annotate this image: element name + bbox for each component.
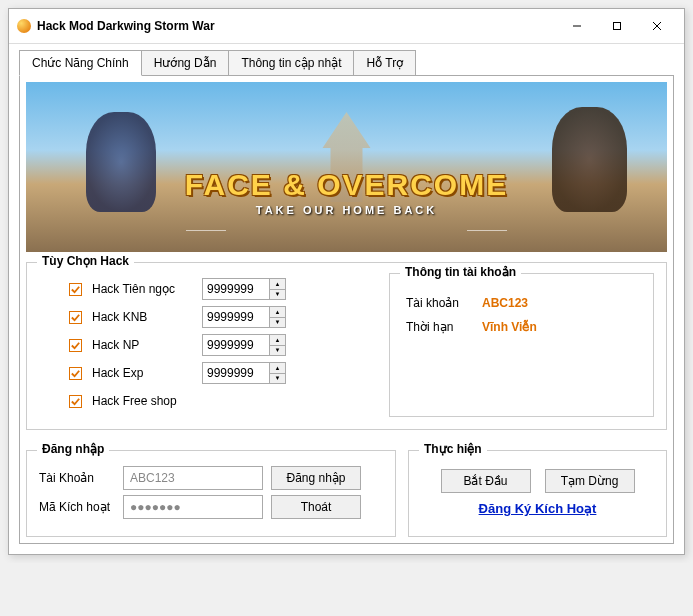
- spinner-down-icon[interactable]: ▼: [270, 318, 285, 328]
- execute-group: Thực hiện Bắt Đầu Tạm Dừng Đăng Ký Kích …: [408, 450, 667, 537]
- tab-support[interactable]: Hỗ Trợ: [353, 50, 416, 76]
- checkbox-label: Hack Exp: [92, 366, 202, 380]
- hack-options-group: Tùy Chọn Hack Hack Tiên ngọc ▲▼: [26, 262, 667, 430]
- account-info-title: Thông tin tài khoản: [400, 265, 521, 279]
- spinner-up-icon[interactable]: ▲: [270, 307, 285, 318]
- account-value: ABC123: [482, 296, 528, 310]
- spinner-input[interactable]: [203, 335, 269, 355]
- close-button[interactable]: [638, 15, 676, 37]
- app-window: Hack Mod Darkwing Storm War Chức Năng Ch…: [8, 8, 685, 555]
- account-line: Thời hạn Vĩnh Viễn: [406, 320, 637, 334]
- hack-option-row: Hack NP ▲▼: [39, 333, 369, 357]
- login-title: Đăng nhập: [37, 442, 109, 456]
- exit-button[interactable]: Thoát: [271, 495, 361, 519]
- banner-title: FACE & OVERCOME: [185, 168, 508, 202]
- window-title: Hack Mod Darkwing Storm War: [37, 19, 558, 33]
- tab-panel: FACE & OVERCOME TAKE OUR HOME BACK Tùy C…: [19, 75, 674, 544]
- spinner-down-icon[interactable]: ▼: [270, 374, 285, 384]
- activation-key-label: Mã Kích hoạt: [39, 500, 115, 514]
- checkbox-label: Hack Tiên ngọc: [92, 282, 202, 296]
- login-button[interactable]: Đăng nhập: [271, 466, 361, 490]
- banner-image: FACE & OVERCOME TAKE OUR HOME BACK: [26, 82, 667, 252]
- spinner-exp: ▲▼: [202, 362, 286, 384]
- tab-main[interactable]: Chức Năng Chính: [19, 50, 142, 76]
- maximize-button[interactable]: [598, 15, 636, 37]
- window-controls: [558, 15, 676, 37]
- execute-title: Thực hiện: [419, 442, 487, 456]
- checkbox-label: Hack NP: [92, 338, 202, 352]
- register-activation-link[interactable]: Đăng Ký Kích Hoạt: [479, 501, 597, 516]
- spinner-np: ▲▼: [202, 334, 286, 356]
- spinner-input[interactable]: [203, 279, 269, 299]
- hack-options-title: Tùy Chọn Hack: [37, 254, 134, 268]
- checkbox-knb[interactable]: [69, 311, 82, 324]
- banner-subtitle: TAKE OUR HOME BACK: [256, 204, 438, 216]
- account-line: Tài khoản ABC123: [406, 296, 637, 310]
- content-area: Chức Năng Chính Hướng Dẫn Thông tin cập …: [9, 44, 684, 554]
- pause-button[interactable]: Tạm Dừng: [545, 469, 635, 493]
- expiry-label: Thời hạn: [406, 320, 482, 334]
- spinner-tien-ngoc: ▲▼: [202, 278, 286, 300]
- checkbox-exp[interactable]: [69, 367, 82, 380]
- login-group: Đăng nhập Tài Khoản Đăng nhập Mã Kích ho…: [26, 450, 396, 537]
- activation-key-input[interactable]: [123, 495, 263, 519]
- tab-guide[interactable]: Hướng Dẫn: [141, 50, 230, 76]
- minimize-button[interactable]: [558, 15, 596, 37]
- expiry-value: Vĩnh Viễn: [482, 320, 537, 334]
- hack-option-row: Hack Tiên ngọc ▲▼: [39, 277, 369, 301]
- titlebar: Hack Mod Darkwing Storm War: [9, 9, 684, 44]
- account-input-label: Tài Khoản: [39, 471, 115, 485]
- banner-decoration: [186, 230, 226, 231]
- account-input[interactable]: [123, 466, 263, 490]
- svg-rect-1: [614, 23, 621, 30]
- checkbox-label: Hack Free shop: [92, 394, 202, 408]
- hack-option-row: Hack Exp ▲▼: [39, 361, 369, 385]
- checkbox-tien-ngoc[interactable]: [69, 283, 82, 296]
- spinner-input[interactable]: [203, 307, 269, 327]
- spinner-up-icon[interactable]: ▲: [270, 279, 285, 290]
- hack-options-list: Hack Tiên ngọc ▲▼ Hack KNB ▲▼: [39, 273, 369, 417]
- app-icon: [17, 19, 31, 33]
- account-info-group: Thông tin tài khoản Tài khoản ABC123 Thờ…: [389, 273, 654, 417]
- spinner-knb: ▲▼: [202, 306, 286, 328]
- checkbox-np[interactable]: [69, 339, 82, 352]
- start-button[interactable]: Bắt Đầu: [441, 469, 531, 493]
- spinner-up-icon[interactable]: ▲: [270, 363, 285, 374]
- banner-hero-right: [552, 107, 627, 212]
- hack-option-row: Hack KNB ▲▼: [39, 305, 369, 329]
- account-label: Tài khoản: [406, 296, 482, 310]
- banner-hero-left: [86, 112, 156, 212]
- checkbox-label: Hack KNB: [92, 310, 202, 324]
- spinner-up-icon[interactable]: ▲: [270, 335, 285, 346]
- spinner-down-icon[interactable]: ▼: [270, 346, 285, 356]
- tab-strip: Chức Năng Chính Hướng Dẫn Thông tin cập …: [19, 50, 674, 76]
- checkbox-free-shop[interactable]: [69, 395, 82, 408]
- hack-option-row: Hack Free shop: [39, 389, 369, 413]
- banner-decoration: [467, 230, 507, 231]
- tab-update[interactable]: Thông tin cập nhật: [228, 50, 354, 76]
- spinner-input[interactable]: [203, 363, 269, 383]
- spinner-down-icon[interactable]: ▼: [270, 290, 285, 300]
